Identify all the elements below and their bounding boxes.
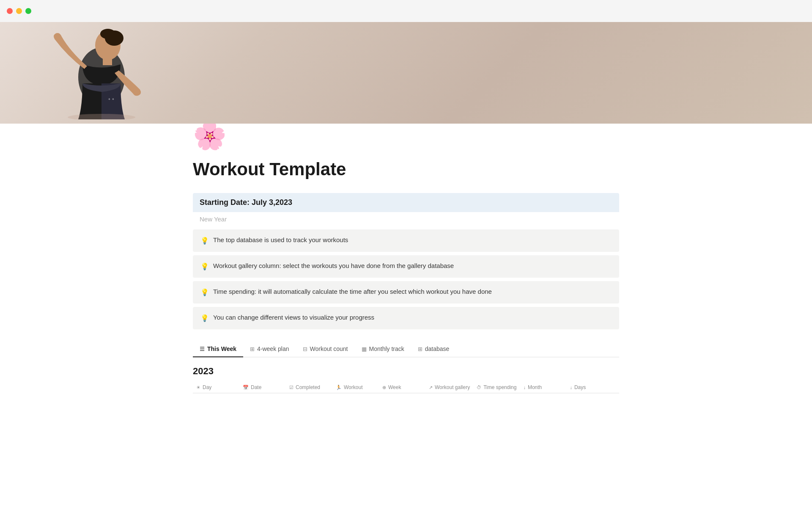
new-year-label: New Year (193, 212, 619, 226)
info-box-2: 💡 Workout gallery column: select the wor… (193, 255, 619, 278)
page-content: 🌸 Workout Template Starting Date: July 3… (152, 115, 660, 393)
info-box-4: 💡 You can change different views to visu… (193, 307, 619, 329)
tab-label-workout-count: Workout count (310, 345, 348, 352)
tab-database[interactable]: ⊞ database (411, 341, 456, 357)
info-text: The top database is used to track your w… (213, 235, 348, 245)
tab-workout-count[interactable]: ⊟ Workout count (296, 341, 355, 357)
col-label-8: Days (574, 384, 586, 390)
table-col-day[interactable]: ☀ Day (193, 384, 239, 390)
table-col-time-spending[interactable]: ⏱ Time spending (473, 384, 520, 390)
tab-label-monthly-track: Monthly track (369, 345, 404, 352)
col-label-4: Week (388, 384, 401, 390)
svg-rect-4 (103, 57, 112, 65)
table-col-workout-gallery[interactable]: ↗ Workout gallery (425, 384, 473, 390)
tab-monthly-track[interactable]: ▦ Monthly track (355, 341, 411, 357)
titlebar (0, 0, 812, 22)
tabs-bar: ☰ This Week ⊞ 4-week plan ⊟ Workout coun… (193, 341, 619, 357)
col-label-6: Time spending (483, 384, 516, 390)
table-col-days[interactable]: ↓ Days (566, 384, 613, 390)
tab-icon-4-week-plan: ⊞ (250, 346, 255, 352)
tab-label-this-week: This Week (207, 345, 236, 352)
col-label-2: Completed (296, 384, 320, 390)
minimize-button[interactable] (16, 8, 22, 14)
maximize-button[interactable] (25, 8, 31, 14)
table-header: ☀ Day 📅 Date ☑ Completed 🏃 Workout ⊕ Wee… (193, 382, 619, 393)
info-text: Workout gallery column: select the worko… (213, 261, 454, 271)
col-icon-3: 🏃 (336, 385, 342, 390)
bulb-icon: 💡 (200, 236, 209, 246)
table-col-week[interactable]: ⊕ Week (379, 384, 425, 390)
bulb-icon: 💡 (200, 287, 209, 298)
year-heading: 2023 (193, 366, 619, 377)
tab-icon-database: ⊞ (418, 346, 422, 352)
tab-label-4-week-plan: 4-week plan (257, 345, 289, 352)
col-label-1: Date (251, 384, 261, 390)
tab-icon-monthly-track: ▦ (362, 346, 367, 352)
col-label-5: Workout gallery (435, 384, 470, 390)
table-col-date[interactable]: 📅 Date (239, 384, 286, 390)
info-boxes: 💡 The top database is used to track your… (193, 229, 619, 329)
col-label-7: Month (528, 384, 542, 390)
table-col-workout[interactable]: 🏃 Workout (332, 384, 379, 390)
bulb-icon: 💡 (200, 262, 209, 272)
info-text: You can change different views to visual… (213, 313, 374, 323)
col-icon-1: 📅 (243, 385, 249, 390)
bulb-icon: 💡 (200, 313, 209, 323)
info-box-3: 💡 Time spending: it will automatically c… (193, 281, 619, 304)
col-label-3: Workout (344, 384, 362, 390)
svg-point-3 (100, 29, 115, 39)
col-icon-5: ↗ (429, 385, 433, 390)
col-icon-7: ↓ (523, 385, 526, 390)
col-icon-6: ⏱ (477, 385, 481, 390)
table-col-completed[interactable]: ☑ Completed (286, 384, 332, 390)
tab-label-database: database (425, 345, 450, 352)
tab-4-week-plan[interactable]: ⊞ 4-week plan (243, 341, 296, 357)
starting-date-banner: Starting Date: July 3,2023 (193, 193, 619, 212)
table-col-month[interactable]: ↓ Month (520, 384, 566, 390)
tab-icon-workout-count: ⊟ (303, 346, 307, 352)
hero-banner: ✦ ✦ (0, 22, 812, 124)
info-box-1: 💡 The top database is used to track your… (193, 229, 619, 252)
page-title: Workout Template (193, 159, 619, 179)
col-icon-8: ↓ (570, 385, 572, 390)
svg-text:✦ ✦: ✦ ✦ (108, 97, 115, 101)
col-icon-0: ☀ (196, 385, 200, 390)
col-icon-4: ⊕ (382, 385, 386, 390)
col-label-0: Day (203, 384, 211, 390)
col-icon-2: ☑ (289, 385, 294, 390)
hero-image: ✦ ✦ (0, 22, 203, 119)
tab-this-week[interactable]: ☰ This Week (193, 341, 243, 357)
close-button[interactable] (7, 8, 13, 14)
info-text: Time spending: it will automatically cal… (213, 287, 492, 297)
tab-icon-this-week: ☰ (200, 346, 205, 352)
svg-point-6 (68, 114, 135, 119)
